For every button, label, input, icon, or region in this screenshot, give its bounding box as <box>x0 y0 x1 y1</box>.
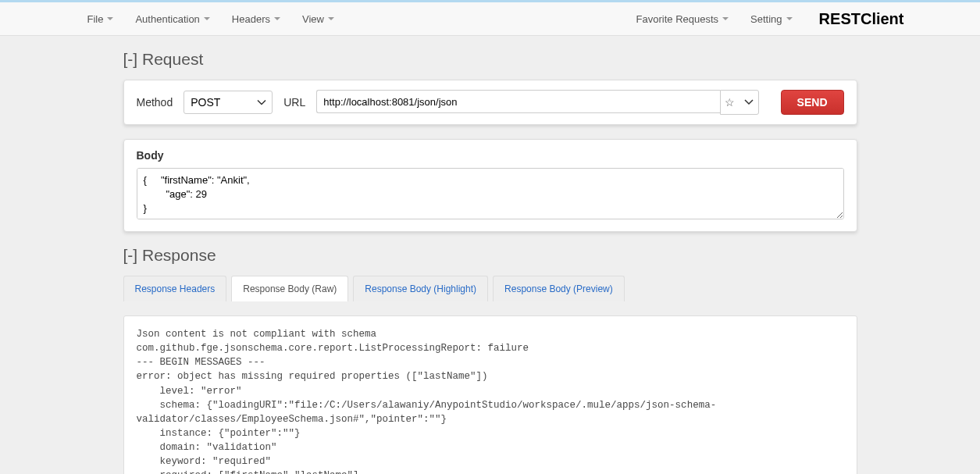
menu-left: File Authentication Headers View <box>77 4 345 34</box>
response-section-title: [-] Response <box>123 246 857 265</box>
method-select-wrap <box>184 91 273 114</box>
url-label: URL <box>283 96 305 109</box>
menu-view-label: View <box>302 13 324 25</box>
tab-response-body-raw[interactable]: Response Body (Raw) <box>231 276 348 301</box>
menu-headers[interactable]: Headers <box>221 4 291 34</box>
menu-favorite-requests[interactable]: Favorite Requests <box>625 4 740 34</box>
caret-down-icon <box>786 17 793 20</box>
favorite-star-button[interactable]: ☆ <box>721 91 739 114</box>
caret-down-icon <box>722 17 729 20</box>
url-input[interactable] <box>316 90 719 113</box>
caret-down-icon <box>274 17 280 20</box>
menu-setting[interactable]: Setting <box>739 4 803 34</box>
method-select[interactable] <box>184 91 273 114</box>
tab-response-body-highlight[interactable]: Response Body (Highlight) <box>353 276 488 301</box>
menu-view[interactable]: View <box>291 4 345 34</box>
chevron-down-icon <box>744 99 754 105</box>
menu-authentication[interactable]: Authentication <box>124 4 220 34</box>
request-body-panel: Body <box>123 139 857 232</box>
send-button[interactable]: SEND <box>781 90 844 115</box>
caret-down-icon <box>107 17 113 20</box>
tab-response-body-preview[interactable]: Response Body (Preview) <box>493 276 625 301</box>
request-line-panel: Method URL ☆ SEND <box>123 80 857 125</box>
url-addons: ☆ <box>720 90 759 115</box>
main-container: [-] Request Method URL ☆ SEND Body [-] <box>123 36 857 474</box>
menu-headers-label: Headers <box>232 13 270 25</box>
response-body-output: Json content is not compliant with schem… <box>123 315 857 474</box>
request-title-text: Request <box>142 50 203 68</box>
star-icon: ☆ <box>725 96 735 109</box>
method-label: Method <box>137 96 173 109</box>
url-group: ☆ <box>316 90 758 115</box>
menu-authentication-label: Authentication <box>135 13 199 25</box>
caret-down-icon <box>328 17 334 20</box>
menubar: File Authentication Headers View Favorit… <box>0 2 980 36</box>
menu-file-label: File <box>87 13 104 25</box>
response-collapse-toggle[interactable]: [-] <box>123 246 138 264</box>
menu-file[interactable]: File <box>77 4 125 34</box>
request-section-title: [-] Request <box>123 50 857 69</box>
response-tabs: Response Headers Response Body (Raw) Res… <box>123 276 857 301</box>
response-title-text: Response <box>142 246 216 264</box>
menu-setting-label: Setting <box>750 13 782 25</box>
caret-down-icon <box>204 17 210 20</box>
menu-favorite-label: Favorite Requests <box>636 13 719 25</box>
menu-right: Favorite Requests Setting RESTClient <box>625 4 904 34</box>
request-collapse-toggle[interactable]: [-] <box>123 50 138 68</box>
body-textarea[interactable] <box>137 168 844 219</box>
body-label: Body <box>137 149 844 162</box>
url-dropdown-button[interactable] <box>739 91 758 114</box>
app-brand: RESTClient <box>819 10 904 28</box>
tab-response-headers[interactable]: Response Headers <box>123 276 227 301</box>
